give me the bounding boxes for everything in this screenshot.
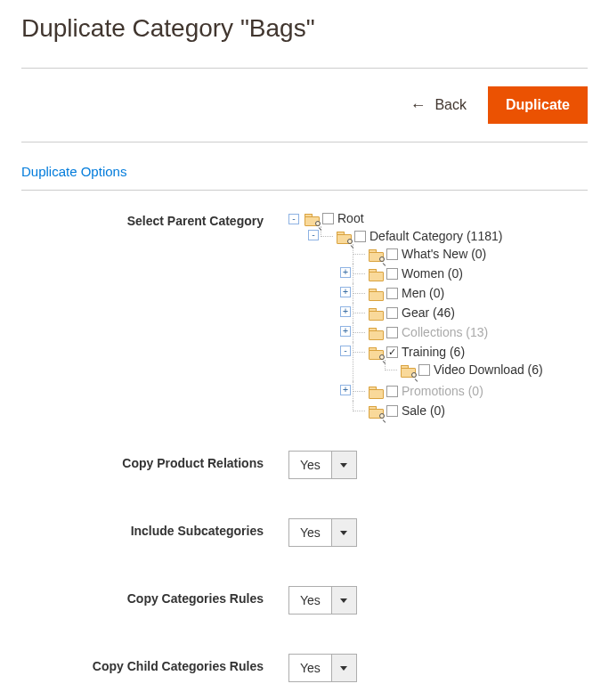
tree-checkbox-sale[interactable]: [386, 405, 398, 417]
tree-node-label[interactable]: Men (0): [402, 285, 444, 301]
tree-checkbox-root[interactable]: [322, 213, 334, 224]
select-include-subcategories[interactable]: Yes: [288, 518, 357, 547]
folder-icon: [304, 213, 319, 224]
tree-node-label[interactable]: Training (6): [402, 344, 465, 360]
page-title: Duplicate Category "Bags": [21, 14, 588, 43]
tree-node-label[interactable]: Sale (0): [402, 403, 445, 419]
field-label: Copy Product Relations: [21, 451, 288, 470]
folder-icon: [369, 248, 383, 260]
field-copy-child-categories-rules: Copy Child Categories Rules Yes: [21, 654, 588, 682]
tree-node-label[interactable]: Default Category (1181): [369, 228, 502, 244]
tree-node-label[interactable]: Promotions (0): [402, 383, 483, 399]
folder-icon: [337, 231, 351, 242]
chevron-down-icon: [331, 452, 356, 478]
tree-toggle-icon[interactable]: -: [340, 346, 351, 356]
select-value: Yes: [289, 655, 331, 681]
folder-icon: [401, 364, 415, 376]
tree-toggle-icon[interactable]: -: [308, 230, 319, 240]
tree-checkbox-whatsnew[interactable]: [386, 248, 398, 260]
chevron-down-icon: [331, 655, 356, 681]
field-copy-product-relations: Copy Product Relations Yes: [21, 451, 588, 479]
tree-toggle-icon[interactable]: +: [340, 287, 351, 297]
select-value: Yes: [289, 519, 331, 546]
tree-toggle-icon[interactable]: +: [340, 306, 351, 317]
section-title: Duplicate Options: [21, 142, 588, 190]
divider-section: [21, 190, 588, 191]
folder-icon: [369, 268, 383, 280]
tree-toggle-icon[interactable]: +: [340, 385, 351, 395]
select-value: Yes: [289, 587, 331, 614]
tree-checkbox-women[interactable]: [386, 268, 398, 280]
folder-icon: [369, 405, 383, 417]
tree-checkbox-collections[interactable]: [386, 327, 398, 338]
field-label: Copy Categories Rules: [21, 586, 288, 606]
folder-icon: [369, 288, 383, 299]
tree-node-label[interactable]: Women (0): [402, 265, 463, 281]
tree-checkbox-men[interactable]: [386, 288, 398, 299]
tree-checkbox-training[interactable]: [386, 346, 398, 358]
tree-checkbox-default[interactable]: [354, 231, 366, 242]
field-label: Copy Child Categories Rules: [21, 654, 288, 673]
folder-icon: [369, 346, 383, 358]
back-label: Back: [434, 97, 467, 113]
folder-icon: [369, 386, 383, 397]
tree-node-label[interactable]: What's New (0): [402, 246, 486, 262]
folder-icon: [369, 307, 383, 319]
tree-toggle-icon[interactable]: +: [340, 326, 351, 337]
folder-icon: [369, 327, 383, 338]
chevron-down-icon: [331, 519, 356, 546]
select-value: Yes: [289, 452, 331, 478]
tree-node-label[interactable]: Collections (13): [402, 324, 488, 340]
back-button[interactable]: ← Back: [410, 96, 467, 115]
tree-checkbox-gear[interactable]: [386, 307, 398, 319]
field-label: Select Parent Category: [21, 208, 288, 228]
duplicate-button[interactable]: Duplicate: [488, 86, 588, 124]
tree-toggle-icon[interactable]: -: [288, 214, 299, 224]
select-copy-categories-rules[interactable]: Yes: [288, 586, 357, 615]
category-tree: - Root - Default Category (1181): [288, 208, 588, 424]
actions-bar: ← Back Duplicate: [21, 69, 588, 142]
tree-node-label[interactable]: Gear (46): [402, 305, 455, 321]
field-label: Include Subcategories: [21, 518, 288, 538]
tree-checkbox-videodl[interactable]: [418, 364, 430, 376]
arrow-left-icon: ←: [410, 96, 426, 115]
tree-node-label[interactable]: Video Download (6): [434, 362, 543, 378]
field-copy-categories-rules: Copy Categories Rules Yes: [21, 586, 588, 615]
tree-toggle-icon[interactable]: +: [340, 267, 351, 278]
tree-checkbox-promotions[interactable]: [386, 386, 398, 397]
field-parent-category: Select Parent Category - Root -: [21, 208, 588, 424]
field-include-subcategories: Include Subcategories Yes: [21, 518, 588, 547]
select-copy-product-relations[interactable]: Yes: [288, 451, 357, 479]
chevron-down-icon: [331, 587, 356, 614]
select-copy-child-categories-rules[interactable]: Yes: [288, 654, 357, 682]
tree-node-label[interactable]: Root: [337, 210, 364, 226]
